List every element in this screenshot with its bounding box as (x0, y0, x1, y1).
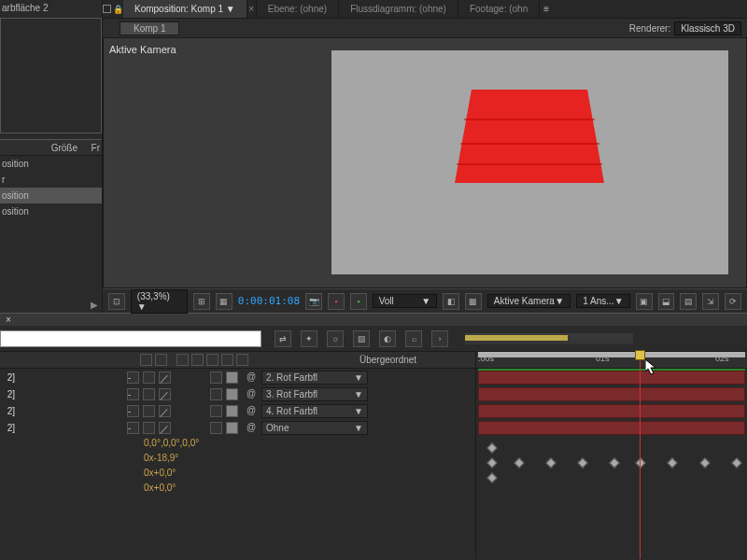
channel2-icon[interactable]: ▪ (350, 293, 367, 310)
keyframe-icon[interactable] (731, 457, 741, 468)
3d-toggle[interactable] (226, 371, 238, 384)
cti-head-icon[interactable] (635, 350, 645, 360)
header-mb-icon[interactable] (206, 354, 218, 366)
views-dropdown[interactable]: 1 Ans... ▼ (576, 294, 630, 308)
magnify-icon[interactable]: ⊡ (108, 293, 125, 310)
keyframe-icon[interactable] (487, 472, 498, 483)
tb-icon-c[interactable]: ▤ (680, 293, 697, 310)
keyframe-icon[interactable] (636, 457, 646, 468)
3d-toggle[interactable] (226, 405, 238, 417)
tb-icon-d[interactable]: ⇲ (702, 293, 719, 310)
snapshot-icon[interactable]: 📷 (305, 293, 322, 310)
camera-dropdown[interactable]: Aktive Kamera ▼ (487, 294, 571, 308)
tl-star-icon[interactable]: ✦ (301, 330, 317, 347)
grid-icon[interactable]: ▦ (216, 293, 233, 310)
eye-toggle[interactable]: - (127, 388, 139, 400)
edit-icon[interactable]: ／ (159, 388, 171, 400)
eye-toggle[interactable]: - (127, 371, 139, 384)
tb-icon-b[interactable]: ⬓ (658, 293, 675, 310)
header-frame-icon[interactable] (191, 354, 204, 366)
work-area-bar[interactable] (478, 352, 745, 357)
tb-icon-e[interactable]: ⟳ (725, 293, 741, 310)
transparency-icon[interactable]: ▩ (465, 293, 482, 310)
keyframe-icon[interactable] (487, 457, 498, 468)
keyframe-icon[interactable] (668, 457, 678, 468)
tl-graph-icon[interactable]: ⌕ (405, 330, 422, 347)
expand-icon[interactable]: ▶ (91, 300, 98, 310)
close-icon[interactable]: × (6, 315, 11, 325)
lock-icon[interactable]: 🔒 (113, 5, 123, 14)
timeline-search-input[interactable] (0, 330, 261, 347)
pickwhip-icon[interactable]: @ (247, 388, 258, 399)
eye-toggle[interactable]: - (127, 405, 139, 417)
layer-bar[interactable] (478, 404, 745, 418)
property-row[interactable]: 0x-18,9° (144, 451, 475, 466)
project-item[interactable]: arbfläche 2 (0, 0, 102, 16)
tab-layer[interactable]: Ebene: (ohne) (257, 0, 339, 18)
3d-toggle[interactable] (226, 422, 238, 434)
layer-row[interactable]: 2]-／@2. Rot Farbfl▼ (0, 369, 475, 385)
shy-toggle[interactable] (143, 371, 155, 384)
property-row[interactable]: 0x+0,0° (144, 466, 475, 481)
resolution-dropdown[interactable]: Voll ▼ (373, 294, 437, 308)
tl-chev-icon[interactable]: › (431, 330, 448, 347)
mini-work-area[interactable] (465, 335, 568, 341)
pickwhip-icon[interactable]: @ (247, 371, 258, 383)
keyframe-icon[interactable] (545, 457, 556, 468)
column-fr[interactable]: Fr (79, 140, 102, 155)
tab-footage[interactable]: Footage: (ohn (458, 0, 540, 18)
tl-sun-icon[interactable]: ☼ (327, 330, 344, 347)
square-icon[interactable] (103, 5, 111, 13)
tab-flowchart[interactable]: Flussdiagramm: (ohne) (339, 0, 458, 18)
renderer-dropdown[interactable]: Klassisch 3D (674, 21, 741, 35)
keyframe-icon[interactable] (514, 457, 524, 468)
tb-icon-a[interactable]: ▣ (636, 293, 653, 310)
current-time-indicator[interactable] (640, 352, 641, 559)
header-eye-icon[interactable] (140, 354, 152, 366)
project-row[interactable]: r (0, 172, 102, 188)
project-row[interactable]: osition (0, 203, 102, 219)
tab-composition[interactable]: Komposition: Komp 1 ▼ (123, 0, 247, 18)
switch-a[interactable] (210, 422, 222, 434)
parent-dropdown[interactable]: 2. Rot Farbfl▼ (261, 371, 368, 385)
parent-dropdown[interactable]: 3. Rot Farbfl▼ (261, 387, 368, 401)
composition-viewport[interactable]: Aktive Kamera (103, 37, 747, 288)
parent-dropdown[interactable]: Ohne▼ (261, 421, 368, 435)
pickwhip-icon[interactable]: @ (247, 405, 258, 416)
layer-row[interactable]: 2]-／@Ohne▼ (0, 419, 475, 436)
channel-icon[interactable]: ▪ (328, 293, 345, 310)
tl-switch-icon[interactable]: ⇄ (275, 330, 291, 347)
pickwhip-icon[interactable]: @ (247, 422, 258, 433)
edit-icon[interactable]: ／ (159, 371, 171, 384)
tl-blend-icon[interactable]: ◐ (379, 330, 396, 347)
3d-toggle[interactable] (226, 388, 238, 400)
eye-toggle[interactable]: - (127, 422, 139, 434)
header-3d-icon[interactable] (236, 354, 248, 366)
panel-menu-icon[interactable]: ≡ (540, 0, 553, 18)
timeline-tracks[interactable]: :00s 01s 02s (476, 352, 747, 559)
header-adj-icon[interactable] (221, 354, 233, 366)
layer-row[interactable]: 2]-／@4. Rot Farbfl▼ (0, 402, 475, 419)
close-tab-icon[interactable]: × (247, 0, 257, 18)
switch-a[interactable] (210, 405, 222, 417)
zoom-dropdown[interactable]: (33,3%) ▼ (131, 289, 188, 314)
mini-time-ruler[interactable] (465, 333, 633, 344)
switch-a[interactable] (210, 388, 222, 400)
project-row[interactable]: osition (0, 156, 102, 172)
breadcrumb[interactable]: Komp 1 (120, 21, 179, 35)
shy-toggle[interactable] (143, 388, 155, 400)
edit-icon[interactable]: ／ (159, 422, 171, 434)
property-row[interactable]: 0,0°,0,0°,0,0° (144, 436, 475, 451)
safezones-icon[interactable]: ⊞ (193, 293, 210, 310)
roi-icon[interactable]: ◧ (443, 293, 459, 310)
keyframe-icon[interactable] (487, 442, 498, 453)
column-size[interactable]: Größe (0, 140, 79, 155)
timecode-display[interactable]: 0:00:01:08 (238, 295, 300, 307)
keyframe-icon[interactable] (699, 457, 710, 468)
layer-bar[interactable] (478, 387, 745, 401)
keyframe-icon[interactable] (577, 457, 587, 468)
property-row[interactable]: 0x+0,0° (144, 481, 475, 496)
layer-row[interactable]: 2]-／@3. Rot Farbfl▼ (0, 385, 475, 402)
shy-toggle[interactable] (143, 422, 155, 434)
switch-a[interactable] (210, 371, 222, 384)
